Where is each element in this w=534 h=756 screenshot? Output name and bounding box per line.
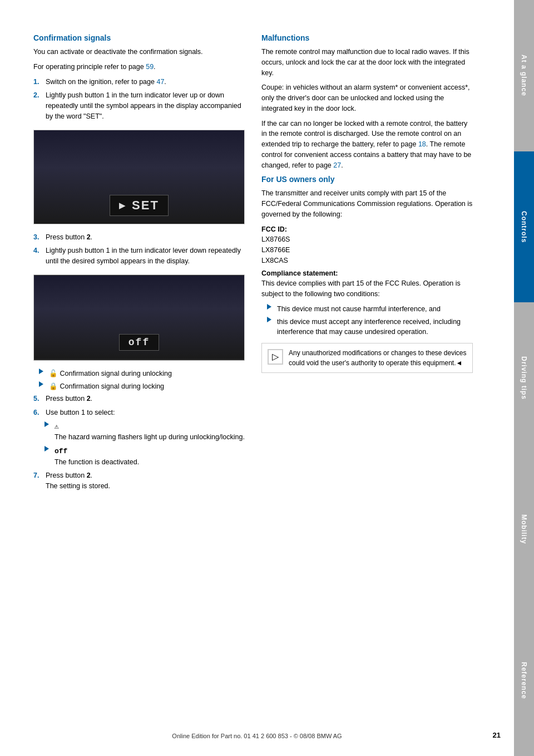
bullet-unlocking: 🔓 Confirmation signal during unlocking bbox=[39, 369, 245, 379]
battery-text: If the car can no longer be locked with … bbox=[261, 119, 473, 171]
condition-arrow-2 bbox=[267, 317, 271, 322]
step-7: 7. Press button 2.The setting is stored. bbox=[33, 470, 245, 492]
right-column: Malfunctions The remote control may malf… bbox=[261, 33, 473, 723]
image-off-display: off bbox=[33, 274, 245, 361]
sub-arrow-1 bbox=[44, 421, 49, 427]
for-us-text: The transmitter and receiver units compl… bbox=[261, 188, 473, 219]
sidebar-tab-mobility[interactable]: Mobility bbox=[514, 454, 534, 605]
sidebar-tab-reference[interactable]: Reference bbox=[514, 605, 534, 756]
for-us-title: For US owners only bbox=[261, 175, 473, 184]
left-column: Confirmation signals You can activate or… bbox=[33, 33, 245, 723]
condition-1: This device must not cause harmful inter… bbox=[267, 304, 473, 315]
malfunctions-text: The remote control may malfunction due t… bbox=[261, 47, 473, 78]
coupe-text: Coupe: in vehicles without an alarm syst… bbox=[261, 82, 473, 114]
page-container: Confirmation signals You can activate or… bbox=[0, 0, 534, 756]
sub-option-off: offThe function is deactivated. bbox=[44, 446, 245, 467]
bullet-arrow-2 bbox=[39, 381, 43, 387]
sub-option-hazard: ⚠The hazard warning flashers light up du… bbox=[44, 421, 245, 443]
page-number: 21 bbox=[493, 731, 501, 739]
sidebar-tab-controls[interactable]: Controls bbox=[514, 151, 534, 303]
bullet-locking: 🔒 Confirmation signal during locking bbox=[39, 381, 245, 392]
condition-2: this device must accept any interference… bbox=[267, 317, 473, 338]
ref-text: For operating principle refer to page 59… bbox=[33, 62, 245, 72]
malfunctions-title: Malfunctions bbox=[261, 33, 473, 42]
img-dashboard-set: ▶ SET bbox=[34, 130, 244, 224]
battery-link-27[interactable]: 27 bbox=[333, 161, 341, 169]
step-5: 5. Press button 2. bbox=[33, 394, 245, 404]
warning-text: Any unauthorized modifications or change… bbox=[289, 348, 467, 368]
off-display-label: off bbox=[119, 334, 159, 351]
condition-arrow-1 bbox=[267, 304, 271, 310]
bullet-arrow-1 bbox=[39, 369, 43, 374]
battery-link-18[interactable]: 18 bbox=[418, 140, 426, 148]
step-4: 4. Lightly push button 1 in the turn ind… bbox=[33, 246, 245, 267]
compliance-statement: Compliance statement: This device compli… bbox=[261, 268, 473, 300]
step-2: 2. Lightly push button 1 in the turn ind… bbox=[33, 90, 245, 121]
warning-box: ▷ Any unauthorized modifications or chan… bbox=[261, 343, 473, 373]
sidebar-tab-driving-tips[interactable]: Driving tips bbox=[514, 302, 534, 454]
warning-icon: ▷ bbox=[268, 349, 283, 365]
step-6: 6. Use button 1 to select: bbox=[33, 408, 245, 418]
sub-arrow-2 bbox=[44, 446, 49, 451]
ref-link[interactable]: 59 bbox=[146, 63, 154, 71]
step1-link[interactable]: 47 bbox=[156, 78, 164, 86]
fcc-id: FCC ID: LX8766S LX8766E LX8CAS bbox=[261, 224, 473, 266]
step-3: 3. Press button 2. bbox=[33, 232, 245, 243]
page-footer: Online Edition for Part no. 01 41 2 600 … bbox=[0, 733, 514, 739]
set-display-label: ▶ SET bbox=[110, 195, 169, 216]
intro-text: You can activate or deactivate the confi… bbox=[33, 47, 245, 57]
confirmation-signals-title: Confirmation signals bbox=[33, 33, 245, 42]
sidebar-tab-at-a-glance[interactable]: At a glance bbox=[514, 0, 534, 151]
image-set-display: ▶ SET bbox=[33, 130, 245, 224]
main-content: Confirmation signals You can activate or… bbox=[0, 0, 514, 756]
step-1: 1. Switch on the ignition, refer to page… bbox=[33, 77, 245, 87]
sidebar: At a glance Controls Driving tips Mobili… bbox=[514, 0, 534, 756]
img-dashboard-off: off bbox=[34, 276, 244, 359]
